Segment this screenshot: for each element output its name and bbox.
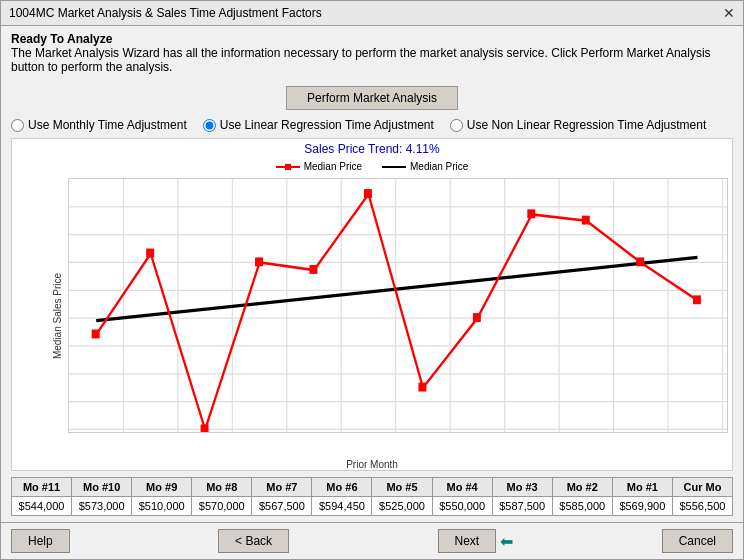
radio-nonlinear-label: Use Non Linear Regression Time Adjustmen… <box>467 118 706 132</box>
val-mo7: $567,500 <box>252 497 312 516</box>
val-mo3: $587,500 <box>492 497 552 516</box>
radio-linear[interactable]: Use Linear Regression Time Adjustment <box>203 118 434 132</box>
chart-section: Sales Price Trend: 4.11% Median Price Me… <box>11 138 733 471</box>
svg-rect-53 <box>473 313 481 322</box>
col-header-mo2: Mo #2 <box>552 478 612 497</box>
legend-median-price-red: Median Price <box>276 161 362 172</box>
ready-description: The Market Analysis Wizard has all the i… <box>11 46 733 74</box>
col-header-mo9: Mo #9 <box>132 478 192 497</box>
col-header-mo5: Mo #5 <box>372 478 432 497</box>
next-arrow-icon: ⬅ <box>500 532 513 551</box>
perform-btn-row: Perform Market Analysis <box>11 86 733 110</box>
legend-label-red: Median Price <box>304 161 362 172</box>
radio-monthly[interactable]: Use Monthly Time Adjustment <box>11 118 187 132</box>
svg-rect-49 <box>255 257 263 266</box>
next-button[interactable]: Next <box>438 529 497 553</box>
chart-y-label: Median Sales Price <box>52 272 63 358</box>
ready-section: Ready To Analyze The Market Analysis Wiz… <box>11 32 733 80</box>
col-header-mo4: Mo #4 <box>432 478 492 497</box>
chart-title: Sales Price Trend: 4.11% <box>12 139 732 159</box>
val-mo9: $510,000 <box>132 497 192 516</box>
close-button[interactable]: ✕ <box>723 5 735 21</box>
svg-rect-52 <box>418 383 426 392</box>
legend-median-price-black: Median Price <box>382 161 468 172</box>
radio-linear-input[interactable] <box>203 119 216 132</box>
chart-canvas: 590,000 580,000 570,000 560,000 550,000 … <box>68 178 728 433</box>
col-header-curmo: Cur Mo <box>672 478 732 497</box>
cancel-button[interactable]: Cancel <box>662 529 733 553</box>
legend-red-icon <box>276 162 300 172</box>
legend-label-black: Median Price <box>410 161 468 172</box>
data-table: Mo #11 Mo #10 Mo #9 Mo #8 Mo #7 Mo #6 Mo… <box>11 477 733 516</box>
chart-inner: Median Sales Price <box>12 174 732 457</box>
legend-black-icon <box>382 162 406 172</box>
col-header-mo10: Mo #10 <box>72 478 132 497</box>
footer: Help < Back Next ⬅ Cancel <box>1 522 743 559</box>
table-section: Mo #11 Mo #10 Mo #9 Mo #8 Mo #7 Mo #6 Mo… <box>11 477 733 516</box>
svg-line-45 <box>96 257 697 320</box>
svg-rect-54 <box>527 209 535 218</box>
val-mo8: $570,000 <box>192 497 252 516</box>
perform-market-analysis-button[interactable]: Perform Market Analysis <box>286 86 458 110</box>
content-area: Ready To Analyze The Market Analysis Wiz… <box>1 26 743 522</box>
col-header-mo1: Mo #1 <box>612 478 672 497</box>
chart-legend: Median Price Median Price <box>12 159 732 174</box>
table-data-row: $544,000 $573,000 $510,000 $570,000 $567… <box>12 497 733 516</box>
val-mo11: $544,000 <box>12 497 72 516</box>
col-header-mo8: Mo #8 <box>192 478 252 497</box>
col-header-mo11: Mo #11 <box>12 478 72 497</box>
col-header-mo7: Mo #7 <box>252 478 312 497</box>
val-mo1: $569,900 <box>612 497 672 516</box>
svg-rect-57 <box>693 295 701 304</box>
main-window: 1004MC Market Analysis & Sales Time Adju… <box>0 0 744 560</box>
next-btn-wrap: Next ⬅ <box>438 529 514 553</box>
radio-monthly-label: Use Monthly Time Adjustment <box>28 118 187 132</box>
svg-rect-46 <box>92 330 100 339</box>
title-bar: 1004MC Market Analysis & Sales Time Adju… <box>1 1 743 26</box>
svg-rect-48 <box>201 424 209 432</box>
radio-options-row: Use Monthly Time Adjustment Use Linear R… <box>11 118 733 132</box>
val-mo10: $573,000 <box>72 497 132 516</box>
col-header-mo6: Mo #6 <box>312 478 372 497</box>
radio-linear-label: Use Linear Regression Time Adjustment <box>220 118 434 132</box>
svg-rect-55 <box>582 216 590 225</box>
val-mo5: $525,000 <box>372 497 432 516</box>
svg-rect-50 <box>310 265 318 274</box>
table-header-row: Mo #11 Mo #10 Mo #9 Mo #8 Mo #7 Mo #6 Mo… <box>12 478 733 497</box>
radio-nonlinear[interactable]: Use Non Linear Regression Time Adjustmen… <box>450 118 706 132</box>
radio-monthly-input[interactable] <box>11 119 24 132</box>
ready-title: Ready To Analyze <box>11 32 733 46</box>
window-title: 1004MC Market Analysis & Sales Time Adju… <box>9 6 322 20</box>
chart-x-label: Prior Month <box>12 459 732 470</box>
svg-rect-51 <box>364 189 372 198</box>
svg-rect-56 <box>636 257 644 266</box>
chart-svg: 590,000 580,000 570,000 560,000 550,000 … <box>69 179 727 432</box>
val-mo6: $594,450 <box>312 497 372 516</box>
back-button[interactable]: < Back <box>218 529 289 553</box>
radio-nonlinear-input[interactable] <box>450 119 463 132</box>
svg-rect-47 <box>146 249 154 258</box>
val-mo2: $585,000 <box>552 497 612 516</box>
val-mo4: $550,000 <box>432 497 492 516</box>
help-button[interactable]: Help <box>11 529 70 553</box>
val-curmo: $556,500 <box>672 497 732 516</box>
col-header-mo3: Mo #3 <box>492 478 552 497</box>
svg-rect-1 <box>285 164 291 170</box>
